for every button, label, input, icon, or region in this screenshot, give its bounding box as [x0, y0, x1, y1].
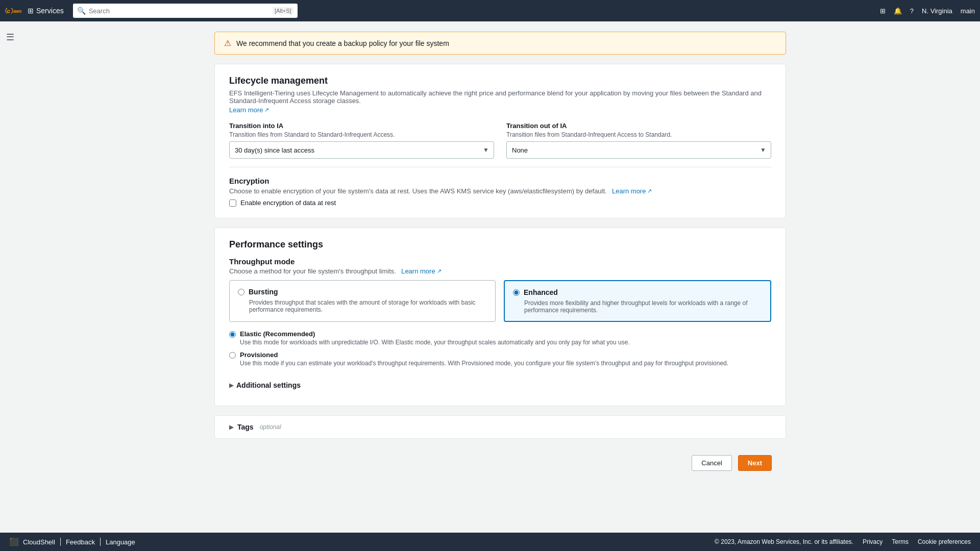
throughput-learn-more[interactable]: Learn more ↗	[398, 267, 442, 275]
next-button[interactable]: Next	[738, 455, 772, 471]
bursting-radio[interactable]	[238, 289, 244, 295]
lifecycle-title: Lifecycle management	[229, 76, 771, 86]
transition-out-ia-select[interactable]: None On first access	[506, 141, 771, 159]
lifecycle-fields: Transition into IA Transition files from…	[229, 122, 771, 159]
transition-out-ia-select-wrapper: None On first access ▼	[506, 141, 771, 159]
throughput-mode-desc: Choose a method for your file system's t…	[229, 267, 771, 275]
tags-arrow: ▶	[229, 424, 233, 431]
bell-icon[interactable]: 🔔	[894, 7, 902, 15]
enhanced-label: Enhanced	[524, 288, 558, 296]
transition-out-ia-label: Transition out of IA	[506, 122, 771, 130]
performance-title: Performance settings	[229, 239, 771, 250]
provisioned-text: Provisioned Use this mode if you can est…	[240, 351, 728, 367]
tags-header[interactable]: ▶ Tags optional	[229, 423, 771, 431]
enhanced-radio[interactable]	[513, 289, 520, 296]
transition-into-ia-select-wrapper: 30 day(s) since last access None 7 days …	[229, 141, 494, 159]
provisioned-option[interactable]: Provisioned Use this mode if you can est…	[229, 351, 771, 367]
performance-section: Performance settings Throughput mode Cho…	[214, 228, 786, 406]
transition-into-ia-select[interactable]: 30 day(s) since last access None 7 days …	[229, 141, 494, 159]
lifecycle-description: EFS Intelligent-Tiering uses Lifecycle M…	[229, 89, 771, 105]
throughput-external-link-icon: ↗	[437, 268, 442, 274]
region-selector[interactable]: N. Virginia	[922, 7, 952, 15]
elastic-radio[interactable]	[229, 331, 236, 338]
tags-label: Tags	[237, 423, 254, 431]
navbar-right: ⊞ 🔔 ? N. Virginia main	[880, 7, 975, 15]
enhanced-card-header: Enhanced	[513, 288, 762, 296]
lifecycle-learn-more[interactable]: Learn more ↗	[229, 106, 269, 114]
warning-icon: ⚠	[224, 38, 231, 48]
content-area: ⚠ We recommend that you create a backup …	[214, 21, 786, 488]
warning-banner: ⚠ We recommend that you create a backup …	[214, 32, 786, 55]
elastic-option[interactable]: Elastic (Recommended) Use this mode for …	[229, 330, 771, 346]
transition-out-ia-sublabel: Transition files from Standard-Infrequen…	[506, 131, 771, 138]
search-icon: 🔍	[77, 7, 86, 15]
transition-into-ia-label: Transition into IA	[229, 122, 494, 130]
hamburger-icon: ☰	[6, 32, 14, 43]
sub-radio-group: Elastic (Recommended) Use this mode for …	[229, 330, 771, 367]
navbar: aws ⊞ Services 🔍 [Alt+S] ⊞ 🔔 ? N. Virgin…	[0, 0, 980, 21]
bursting-card[interactable]: Bursting Provides throughput that scales…	[229, 280, 496, 322]
svg-text:aws: aws	[13, 8, 21, 14]
services-menu[interactable]: ⊞ Services	[23, 7, 68, 15]
warning-text: We recommend that you create a backup po…	[236, 39, 449, 47]
enhanced-desc: Provides more flexibility and higher thr…	[524, 299, 762, 314]
encryption-checkbox-row[interactable]: Enable encryption of data at rest	[229, 199, 771, 207]
encryption-learn-more[interactable]: Learn more ↗	[608, 187, 652, 195]
provisioned-desc: Use this mode if you can estimate your w…	[240, 360, 728, 367]
transition-into-ia-col: Transition into IA Transition files from…	[229, 122, 494, 159]
footer-bar: Cancel Next	[214, 448, 786, 478]
elastic-text: Elastic (Recommended) Use this mode for …	[240, 330, 630, 346]
bursting-card-header: Bursting	[238, 288, 487, 296]
main-wrapper: ⚠ We recommend that you create a backup …	[0, 21, 980, 533]
external-link-icon: ↗	[264, 107, 269, 113]
search-input[interactable]	[89, 7, 270, 15]
bursting-desc: Provides throughput that scales with the…	[249, 299, 487, 313]
additional-settings-label: Additional settings	[236, 381, 301, 389]
additional-settings-arrow: ▶	[229, 382, 233, 389]
transition-out-ia-col: Transition out of IA Transition files fr…	[506, 122, 771, 159]
provisioned-title: Provisioned	[240, 351, 728, 359]
services-label: Services	[36, 7, 64, 15]
transition-into-ia-sublabel: Transition files from Standard to Standa…	[229, 131, 494, 138]
encryption-checkbox[interactable]	[229, 199, 236, 207]
enhanced-card[interactable]: Enhanced Provides more flexibility and h…	[504, 280, 771, 322]
apps-icon[interactable]: ⊞	[880, 7, 886, 15]
grid-icon: ⊞	[28, 7, 34, 15]
encryption-section: Encryption Choose to enable encryption o…	[229, 177, 771, 207]
encryption-description: Choose to enable encryption of your file…	[229, 187, 771, 195]
lifecycle-separator	[229, 167, 771, 167]
help-icon[interactable]: ?	[910, 7, 914, 15]
search-bar: 🔍 [Alt+S]	[73, 4, 298, 18]
additional-settings-row[interactable]: ▶ Additional settings	[229, 376, 771, 394]
search-shortcut: [Alt+S]	[273, 7, 293, 14]
tags-optional: optional	[260, 423, 281, 431]
throughput-mode-label: Throughput mode	[229, 257, 771, 266]
lifecycle-field-row: Transition into IA Transition files from…	[229, 122, 771, 159]
tags-section: ▶ Tags optional	[214, 415, 786, 439]
cancel-button[interactable]: Cancel	[692, 455, 731, 471]
account-selector[interactable]: main	[961, 7, 975, 15]
encryption-checkbox-label: Enable encryption of data at rest	[240, 199, 336, 207]
provisioned-radio[interactable]	[229, 352, 236, 359]
elastic-title: Elastic (Recommended)	[240, 330, 630, 338]
bursting-label: Bursting	[249, 288, 278, 296]
throughput-radio-cards: Bursting Provides throughput that scales…	[229, 280, 771, 322]
encryption-external-link-icon: ↗	[647, 188, 652, 194]
sidebar-toggle[interactable]: ☰	[0, 27, 20, 48]
elastic-desc: Use this mode for workloads with unpredi…	[240, 339, 630, 346]
encryption-title: Encryption	[229, 177, 771, 185]
aws-logo[interactable]: aws	[5, 6, 21, 16]
lifecycle-section: Lifecycle management EFS Intelligent-Tie…	[214, 64, 786, 218]
